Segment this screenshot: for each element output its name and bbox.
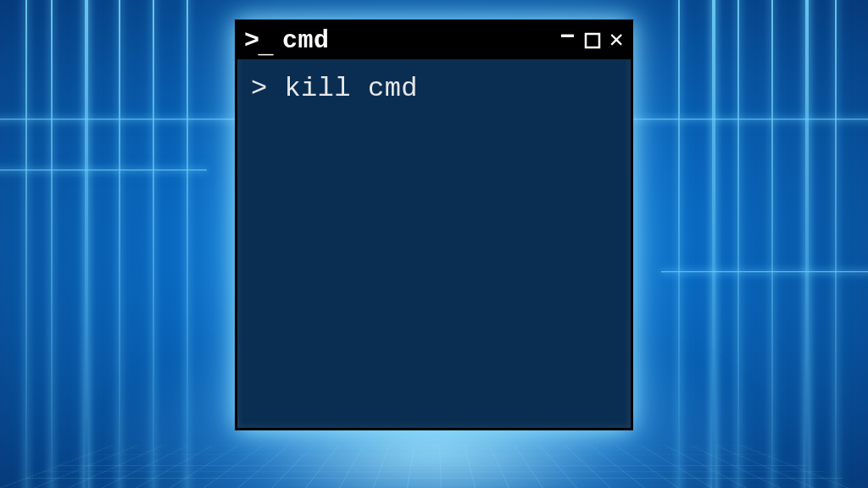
svg-rect-0: [586, 34, 599, 47]
close-icon[interactable]: ✕: [609, 29, 624, 53]
minimize-icon[interactable]: −: [559, 25, 576, 50]
window-titlebar[interactable]: >_ cmd − ✕: [237, 22, 631, 59]
terminal-body[interactable]: > kill cmd: [237, 59, 631, 119]
command-text: kill cmd: [284, 73, 418, 104]
prompt-symbol: >: [251, 73, 268, 104]
maximize-icon[interactable]: [584, 32, 601, 49]
command-line: > kill cmd: [251, 71, 617, 107]
terminal-window: >_ cmd − ✕ > kill cmd: [235, 19, 633, 430]
window-controls: − ✕: [559, 28, 624, 53]
window-title: cmd: [282, 26, 330, 55]
terminal-prompt-icon: >_: [244, 28, 274, 53]
